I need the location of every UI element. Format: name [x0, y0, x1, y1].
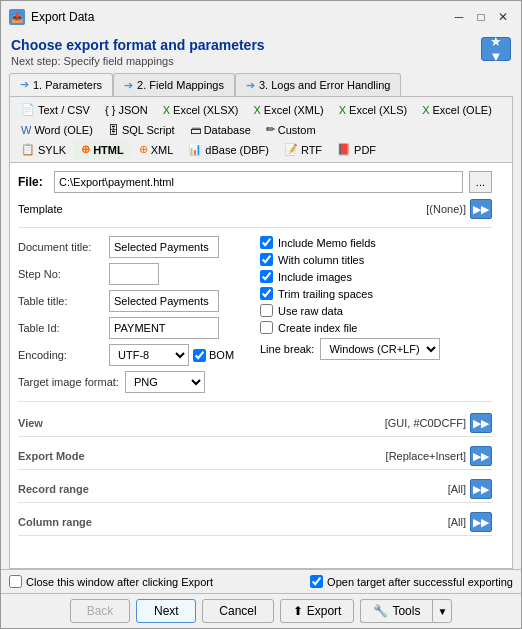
open-target-checkbox[interactable]	[310, 575, 323, 588]
encoding-select[interactable]: UTF-8 UTF-16 ASCII	[109, 344, 189, 366]
header-section: Choose export format and parameters Next…	[1, 31, 521, 71]
app-icon: 📤	[9, 9, 25, 25]
bom-checkbox[interactable]	[193, 349, 206, 362]
target-image-label: Target image format:	[18, 376, 119, 388]
tool-custom[interactable]: ✏ Custom	[259, 120, 323, 139]
tool-rtf[interactable]: 📝 RTF	[277, 140, 329, 159]
main-window: 📤 Export Data ─ □ ✕ Choose export format…	[0, 0, 522, 629]
create-index-label: Create index file	[278, 322, 358, 334]
trim-trailing-label: Trim trailing spaces	[278, 288, 373, 300]
table-id-input[interactable]	[109, 317, 219, 339]
tool-text-csv[interactable]: 📄 Text / CSV	[14, 100, 97, 119]
toolbar-row-1: 📄 Text / CSV { } JSON X Excel (XLSX) X E…	[14, 100, 508, 119]
window-controls: ─ □ ✕	[449, 7, 513, 27]
close-after-export-label[interactable]: Close this window after clicking Export	[9, 575, 213, 588]
include-images-checkbox[interactable]	[260, 270, 273, 283]
record-range-value: [All]	[448, 483, 466, 495]
tool-excel-xml[interactable]: X Excel (XML)	[246, 100, 330, 119]
tool-excel-ole[interactable]: X Excel (OLE)	[415, 100, 499, 119]
close-after-export-checkbox[interactable]	[9, 575, 22, 588]
tool-json[interactable]: { } JSON	[98, 100, 155, 119]
export-mode-label: Export Mode	[18, 450, 85, 462]
bottom-checkboxes: Close this window after clicking Export …	[1, 569, 521, 593]
file-browse-button[interactable]: ...	[469, 171, 492, 193]
cancel-button[interactable]: Cancel	[202, 599, 273, 623]
trim-trailing-row: Trim trailing spaces	[260, 287, 492, 300]
column-range-section-right: [All] ▶▶	[448, 512, 492, 532]
tool-word-ole[interactable]: W Word (OLE)	[14, 120, 100, 139]
excel-xml-icon: X	[253, 104, 260, 116]
content-area: File: ... Template [(None)] ▶▶ Document …	[9, 163, 513, 569]
tool-pdf[interactable]: 📕 PDF	[330, 140, 383, 159]
export-mode-section-row: Export Mode [Replace+Insert] ▶▶	[18, 443, 492, 470]
tools-dropdown-button[interactable]: ▼	[432, 599, 452, 623]
with-column-titles-checkbox[interactable]	[260, 253, 273, 266]
view-label: View	[18, 417, 43, 429]
tab-field-mappings[interactable]: ➔ 2. Field Mappings	[113, 73, 235, 96]
tools-button[interactable]: 🔧 Tools	[360, 599, 432, 623]
record-range-label: Record range	[18, 483, 89, 495]
excel-xlsx-icon: X	[163, 104, 170, 116]
target-image-row: Target image format: PNG JPEG BMP	[18, 371, 250, 393]
minimize-button[interactable]: ─	[449, 7, 469, 27]
line-break-row: Line break: Windows (CR+LF) Unix (LF) Ma…	[260, 338, 492, 360]
word-ole-icon: W	[21, 124, 31, 136]
view-expand-button[interactable]: ▶▶	[470, 413, 492, 433]
open-target-label[interactable]: Open target after successful exporting	[310, 575, 513, 588]
xml-icon: ⊕	[139, 143, 148, 156]
html-icon: ⊕	[81, 143, 90, 156]
column-range-expand-button[interactable]: ▶▶	[470, 512, 492, 532]
tool-sylk[interactable]: 📋 SYLK	[14, 140, 73, 159]
tab-parameters[interactable]: ➔ 1. Parameters	[9, 73, 113, 96]
file-input[interactable]	[54, 171, 463, 193]
tab-logs[interactable]: ➔ 3. Logs and Error Handling	[235, 73, 401, 96]
tool-database[interactable]: 🗃 Database	[183, 120, 258, 139]
table-title-row: Table title:	[18, 290, 250, 312]
use-raw-checkbox[interactable]	[260, 304, 273, 317]
next-button[interactable]: Next	[136, 599, 196, 623]
bom-checkbox-row: BOM	[193, 349, 234, 362]
tab-parameters-arrow: ➔	[20, 78, 29, 91]
create-index-checkbox[interactable]	[260, 321, 273, 334]
right-column: Include Memo fields With column titles I…	[260, 236, 492, 393]
with-column-titles-label: With column titles	[278, 254, 364, 266]
left-column: Document title: Step No: Table title: Ta…	[18, 236, 250, 393]
tool-sql-script[interactable]: 🗄 SQL Script	[101, 120, 182, 139]
star-button[interactable]: ★ ▼	[481, 37, 511, 61]
record-range-section-right: [All] ▶▶	[448, 479, 492, 499]
trim-trailing-checkbox[interactable]	[260, 287, 273, 300]
export-mode-value: [Replace+Insert]	[386, 450, 466, 462]
record-range-expand-button[interactable]: ▶▶	[470, 479, 492, 499]
tool-xml[interactable]: ⊕ XML	[132, 140, 181, 159]
tab-fieldmappings-arrow: ➔	[124, 79, 133, 92]
include-memo-label: Include Memo fields	[278, 237, 376, 249]
back-button[interactable]: Back	[70, 599, 131, 623]
view-section-right: [GUI, #C0DCFF] ▶▶	[385, 413, 492, 433]
target-image-select[interactable]: PNG JPEG BMP	[125, 371, 205, 393]
line-break-select[interactable]: Windows (CR+LF) Unix (LF) Mac (CR)	[320, 338, 440, 360]
tools-icon: 🔧	[373, 604, 388, 618]
step-no-input[interactable]	[109, 263, 159, 285]
export-mode-expand-button[interactable]: ▶▶	[470, 446, 492, 466]
excel-xls-icon: X	[339, 104, 346, 116]
document-title-input[interactable]	[109, 236, 219, 258]
format-toolbar: 📄 Text / CSV { } JSON X Excel (XLSX) X E…	[9, 96, 513, 163]
file-label: File:	[18, 175, 48, 189]
include-memo-checkbox[interactable]	[260, 236, 273, 249]
two-column-section: Document title: Step No: Table title: Ta…	[18, 236, 492, 393]
table-title-input[interactable]	[109, 290, 219, 312]
tool-excel-xlsx[interactable]: X Excel (XLSX)	[156, 100, 246, 119]
template-expand-button[interactable]: ▶▶	[470, 199, 492, 219]
export-button[interactable]: ⬆ Export	[280, 599, 355, 623]
tool-dbase[interactable]: 📊 dBase (DBF)	[181, 140, 276, 159]
column-range-section-row: Column range [All] ▶▶	[18, 509, 492, 536]
tool-excel-xls[interactable]: X Excel (XLS)	[332, 100, 414, 119]
tab-parameters-label: 1. Parameters	[33, 79, 102, 91]
encoding-row: Encoding: UTF-8 UTF-16 ASCII BOM	[18, 344, 250, 366]
maximize-button[interactable]: □	[471, 7, 491, 27]
include-images-label: Include images	[278, 271, 352, 283]
tool-html[interactable]: ⊕ HTML	[74, 140, 131, 159]
sql-icon: 🗄	[108, 124, 119, 136]
close-button[interactable]: ✕	[493, 7, 513, 27]
export-icon: ⬆	[293, 604, 303, 618]
